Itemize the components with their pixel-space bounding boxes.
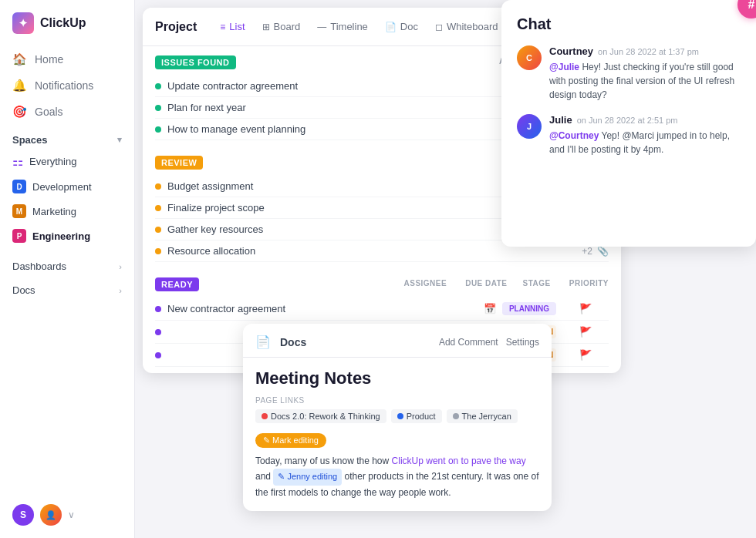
project-title: Project: [155, 20, 197, 34]
bullet-icon: [155, 306, 161, 312]
sidebar-item-everything[interactable]: ⚏ Everything: [0, 149, 134, 174]
development-dot: D: [12, 180, 26, 193]
chat-username-2: Julie: [549, 114, 572, 126]
docs-header: 📄 Docs Add Comment Settings: [243, 324, 552, 358]
page-link-label-3: The Jerrycan: [462, 412, 511, 421]
logo-text: ClickUp: [40, 16, 86, 30]
col-priority-label: PRIORITY: [569, 279, 609, 287]
bell-icon: 🔔: [12, 79, 27, 92]
sidebar-item-dashboards[interactable]: Dashboards ›: [0, 254, 134, 278]
docs-header-title: Docs: [280, 336, 306, 348]
project-tabs: ≡ List ⊞ Board — Timeline 📄 Doc ◻ Whi: [212, 17, 505, 36]
sidebar-item-notifications[interactable]: 🔔 Notifications: [0, 72, 134, 99]
task-name: Gather key resources: [167, 224, 550, 235]
marketing-dot: M: [12, 204, 26, 218]
dashboards-label: Dashboards: [12, 261, 66, 272]
chat-meta-2: Julie on Jun 28 2022 at 2:51 pm: [549, 114, 741, 126]
chip-dot-icon: [397, 413, 403, 419]
tab-list-label: List: [229, 21, 245, 32]
chat-text-2: @Courtney Yep! @Marci jumped in to help,…: [549, 129, 741, 156]
home-icon: 🏠: [12, 52, 27, 66]
task-meta: +2📎: [582, 246, 609, 257]
sidebar-item-home[interactable]: 🏠 Home: [0, 46, 134, 72]
chat-title: Chat: [517, 15, 741, 33]
jenny-editing-badge: ✎ Jenny editing: [273, 469, 342, 486]
bullet-icon: [155, 105, 161, 111]
priority-icon: 🚩: [562, 303, 609, 314]
spaces-section: Spaces ▾: [0, 125, 134, 149]
page-link-chip-3[interactable]: The Jerrycan: [447, 409, 518, 423]
sidebar-item-development[interactable]: D Development: [0, 174, 134, 199]
tab-timeline-label: Timeline: [330, 21, 368, 32]
page-link-chip-1[interactable]: Docs 2.0: Rework & Thinking: [255, 409, 386, 423]
task-name: New contractor agreement: [167, 303, 478, 314]
main-area: Project ≡ List ⊞ Board — Timeline 📄 Doc: [135, 0, 756, 538]
logo[interactable]: ✦ ClickUp: [0, 12, 134, 46]
sidebar-item-marketing[interactable]: M Marketing: [0, 199, 134, 224]
tab-whiteboard[interactable]: ◻ Whiteboard: [427, 17, 505, 36]
page-links-label: PAGE LINKS: [255, 396, 539, 405]
whiteboard-icon: ◻: [435, 22, 443, 32]
avatar-user[interactable]: 👤: [40, 504, 62, 526]
goals-icon: 🎯: [12, 105, 27, 119]
col-due-label3: DUE DATE: [465, 279, 507, 287]
sidebar-item-docs[interactable]: Docs ›: [0, 278, 134, 302]
bullet-icon: [155, 248, 161, 254]
logo-icon: ✦: [12, 12, 34, 34]
grid-icon: ⚏: [12, 154, 23, 169]
docs-header-icon: 📄: [255, 335, 271, 349]
chat-username-1: Courtney: [549, 45, 593, 57]
tab-board[interactable]: ⊞ Board: [255, 17, 309, 36]
chat-content-2: Julie on Jun 28 2022 at 2:51 pm @Courtne…: [549, 114, 741, 156]
ready-section-header: READY ASSIGNEE DUE DATE STAGE PRIORITY: [155, 268, 609, 298]
julie-avatar: J: [517, 114, 542, 139]
doc-icon: 📄: [385, 22, 397, 32]
avatar-s[interactable]: S: [12, 504, 34, 526]
bullet-icon: [155, 329, 161, 335]
chat-content-1: Courtney on Jun 28 2022 at 1:37 pm @Juli…: [549, 45, 741, 102]
spaces-chevron-icon: ▾: [117, 135, 122, 145]
bullet-icon: [155, 183, 161, 190]
sidebar-footer: S 👤 ∨: [0, 504, 134, 526]
issues-badge: ISSUES FOUND: [155, 55, 236, 69]
sidebar-item-notifications-label: Notifications: [35, 79, 93, 92]
sidebar-item-goals-label: Goals: [35, 106, 63, 118]
sidebar-item-goals[interactable]: 🎯 Goals: [0, 99, 134, 125]
page-links: Docs 2.0: Rework & Thinking Product The …: [255, 409, 539, 423]
chat-meta-1: Courtney on Jun 28 2022 at 1:37 pm: [549, 45, 741, 57]
col-assignee-label3: ASSIGNEE: [403, 279, 447, 287]
calendar-icon: 📅: [484, 303, 496, 314]
sidebar: ✦ ClickUp 🏠 Home 🔔 Notifications 🎯 Goals…: [0, 0, 135, 538]
bullet-icon: [155, 83, 161, 89]
docs-actions: Add Comment Settings: [439, 337, 539, 348]
task-name: Resource allocation: [167, 245, 575, 257]
bullet-icon: [155, 227, 161, 233]
mark-editing-label: ✎ Mark editing: [263, 435, 319, 446]
mark-editing-button[interactable]: ✎ Mark editing: [255, 433, 326, 448]
chip-dot-icon: [262, 413, 268, 419]
tab-list[interactable]: ≡ List: [212, 17, 252, 36]
chat-time-1: on Jun 28 2022 at 1:37 pm: [598, 47, 699, 56]
docs-body-text: Today, many of us know the how ClickUp w…: [255, 454, 539, 500]
list-icon: ≡: [220, 22, 225, 32]
ready-task-row[interactable]: New contractor agreement 📅 PLANNING 🚩: [155, 298, 609, 321]
tab-timeline[interactable]: — Timeline: [309, 17, 376, 36]
settings-button[interactable]: Settings: [506, 337, 539, 348]
chip-dot-icon: [453, 413, 459, 419]
bullet-icon: [155, 352, 161, 358]
dashboards-chevron-icon: ›: [119, 262, 122, 271]
spaces-label: Spaces: [12, 134, 48, 146]
page-link-chip-2[interactable]: Product: [391, 409, 442, 423]
sidebar-item-engineering[interactable]: P Engineering: [0, 224, 134, 248]
engineering-label: Engineering: [32, 230, 90, 242]
tab-doc-label: Doc: [400, 21, 418, 32]
page-link-label-1: Docs 2.0: Rework & Thinking: [271, 412, 380, 421]
tab-board-label: Board: [274, 21, 301, 32]
tab-doc[interactable]: 📄 Doc: [377, 17, 426, 36]
development-label: Development: [32, 181, 92, 193]
add-comment-button[interactable]: Add Comment: [439, 337, 498, 348]
review-badge: REVIEW: [155, 156, 203, 170]
docs-nav-label: Docs: [12, 284, 35, 296]
sidebar-item-home-label: Home: [35, 53, 63, 66]
chat-text-1: @Julie Hey! Just checking if you're stil…: [549, 60, 741, 102]
